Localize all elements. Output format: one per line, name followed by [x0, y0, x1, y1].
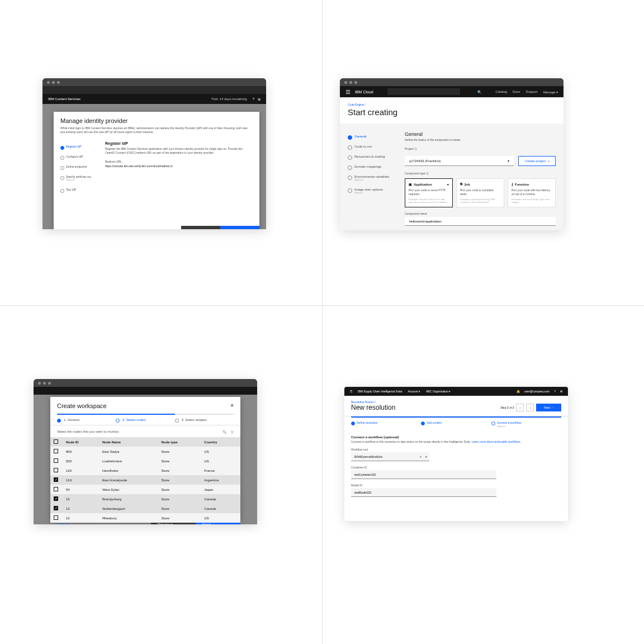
step-test-idp[interactable]: Test IdP: [60, 184, 94, 195]
cell-id: 12: [63, 504, 99, 513]
col-node-id[interactable]: Node ID: [63, 437, 99, 447]
search-icon[interactable]: 🔍: [222, 430, 226, 434]
step-configure-idp[interactable]: Configure IdP: [60, 151, 94, 162]
info-icon[interactable]: ⓘ: [426, 172, 429, 175]
model-id-input[interactable]: [351, 488, 496, 497]
table-row[interactable]: 15BrandynbergStoreCanada: [50, 494, 240, 504]
cell-type: Store: [158, 485, 201, 494]
card-function[interactable]: ⨍Function Run your code with low latency…: [508, 178, 556, 207]
redirect-url-value: https://console.ibm-dev.verify.ibm.com/c…: [105, 164, 253, 168]
step-domain-mappings[interactable]: Domain mappings: [348, 162, 394, 172]
table-row[interactable]: 54West DylanStoreJapan: [50, 485, 240, 494]
row-checkbox[interactable]: [54, 487, 58, 491]
filter-icon[interactable]: ▽: [231, 430, 234, 434]
info-icon[interactable]: ⓘ: [414, 147, 417, 150]
project-select[interactable]: p1724533 (Frankfurt)▾: [405, 156, 514, 166]
row-checkbox[interactable]: [54, 477, 58, 482]
select-all-checkbox[interactable]: [54, 439, 58, 444]
row-checkbox[interactable]: [54, 515, 58, 520]
nav-manage[interactable]: Manage ▾: [543, 90, 558, 94]
cell-type: Store: [158, 456, 201, 466]
row-checkbox[interactable]: [54, 506, 58, 510]
step-image-start[interactable]: Image start optionsOptional: [348, 184, 394, 197]
account-dropdown[interactable]: Account ▾: [408, 390, 420, 393]
row-checkbox[interactable]: [54, 449, 58, 453]
next-step-button[interactable]: ›: [526, 404, 534, 411]
component-name-input[interactable]: [405, 217, 556, 226]
row-checkbox[interactable]: [54, 496, 58, 501]
next-button[interactable]: Next: [220, 226, 259, 229]
cell-name: West Dylan: [99, 485, 158, 494]
col-node-name[interactable]: Node Name: [99, 437, 158, 447]
step-select-nodes[interactable]: 2. Select nodes: [116, 414, 174, 425]
close-icon[interactable]: ×: [230, 402, 234, 409]
next-button[interactable]: Next →: [536, 404, 561, 411]
breadcrumb[interactable]: Code Engine /: [348, 103, 556, 106]
cell-name: Lueilwitzview: [99, 456, 158, 466]
row-checkbox[interactable]: [54, 458, 58, 463]
table-row[interactable]: 120HamillviewStoreFrance: [50, 466, 240, 475]
nav-catalog[interactable]: Catalog: [495, 90, 507, 94]
container-id-input[interactable]: [351, 470, 496, 479]
search-icon[interactable]: 🔍: [477, 90, 481, 94]
col-country[interactable]: Country: [201, 437, 240, 447]
step-general[interactable]: General: [348, 131, 394, 141]
row-checkbox[interactable]: [54, 468, 58, 472]
nav-docs[interactable]: Docs: [513, 90, 520, 94]
user-menu[interactable]: user@company.com: [524, 390, 550, 393]
cell-id: 15: [63, 494, 99, 504]
col-node-type[interactable]: Node type: [158, 437, 201, 447]
nodes-table: Node ID Node Name Node type Country 800E…: [50, 437, 240, 523]
table-row[interactable]: 12StoltenbergportStoreCanada: [50, 504, 240, 513]
cell-type: Store: [158, 494, 201, 504]
app-icon: ▣: [409, 182, 412, 186]
step-env-vars[interactable]: Environments variablesOptional: [348, 172, 394, 184]
step-connect-workflow[interactable]: Connect a workflowOptional: [491, 416, 561, 431]
cancel-button[interactable]: Cancel: [50, 523, 95, 524]
step-select-widgets[interactable]: 3. Select widgets: [175, 414, 234, 425]
step-specify-attribute[interactable]: Specify attribute ma...Optional: [60, 172, 94, 184]
table-row[interactable]: 800East SadyeStoreUS: [50, 447, 240, 456]
table-row[interactable]: 12RheaburyStoreUS: [50, 513, 240, 523]
apps-icon[interactable]: ⊞: [560, 390, 562, 393]
cell-country: US: [201, 513, 240, 523]
cell-name: Hamillview: [99, 466, 158, 475]
gear-icon[interactable]: ⚙: [258, 97, 261, 101]
step-code-to-run[interactable]: Code to run: [348, 141, 394, 151]
help-icon[interactable]: ?: [253, 97, 254, 101]
step-general[interactable]: 1. General: [57, 414, 116, 425]
copy-icon[interactable]: ⧉: [171, 164, 173, 168]
cell-id: 800: [63, 447, 99, 456]
prev-step-button[interactable]: ‹: [516, 404, 524, 411]
card-job[interactable]: ⧉Job Run your code to complete tasks. Ex…: [456, 178, 504, 207]
previous-button[interactable]: Previous: [151, 523, 196, 524]
search-input[interactable]: [387, 88, 460, 95]
cancel-button[interactable]: Cancel: [54, 226, 93, 229]
workflow-tool-select[interactable]: BAWExternalWorkflow×▾: [351, 452, 429, 461]
step-resources[interactable]: Resources & scaling: [348, 151, 394, 162]
org-dropdown[interactable]: ABC Organization ▾: [426, 390, 451, 393]
step-define-endpoints[interactable]: Define endpoints: [60, 162, 94, 172]
step-add-content[interactable]: Add content: [421, 416, 491, 431]
table-row[interactable]: 500LueilwitzviewStoreUS: [50, 456, 240, 466]
card-application[interactable]: ▣Application● Run your code to serve HTT…: [405, 178, 453, 207]
create-workspace-window: Create workspace × 1. General 2. Select …: [34, 379, 257, 524]
help-icon[interactable]: ?: [554, 390, 556, 393]
clear-icon[interactable]: ×: [420, 455, 422, 458]
cell-name: East Sadye: [99, 447, 158, 456]
modal-title: Create workspace: [57, 402, 107, 409]
workflow-tool-label: Workflow tool: [351, 448, 561, 451]
learn-more-link[interactable]: Learn more about actionable workflows: [472, 440, 520, 443]
step-register-idp[interactable]: Register IdP: [60, 141, 94, 151]
step-define-resolution[interactable]: Define resolution: [351, 416, 421, 431]
next-button[interactable]: Next: [196, 523, 240, 524]
component-type-label: Component type ⓘ: [405, 172, 556, 175]
notifications-icon[interactable]: 🔔: [517, 390, 520, 393]
nav-support[interactable]: Support: [526, 90, 538, 94]
table-row[interactable]: 119East AracelysideStoreArgentina: [50, 475, 240, 485]
create-project-button[interactable]: Create project +: [518, 156, 556, 166]
back-button[interactable]: Back: [181, 226, 220, 229]
ibm-cloud-logo[interactable]: IBM Cloud: [355, 90, 373, 94]
menu-icon[interactable]: ☰: [345, 89, 351, 95]
menu-icon[interactable]: ☰: [350, 390, 352, 393]
